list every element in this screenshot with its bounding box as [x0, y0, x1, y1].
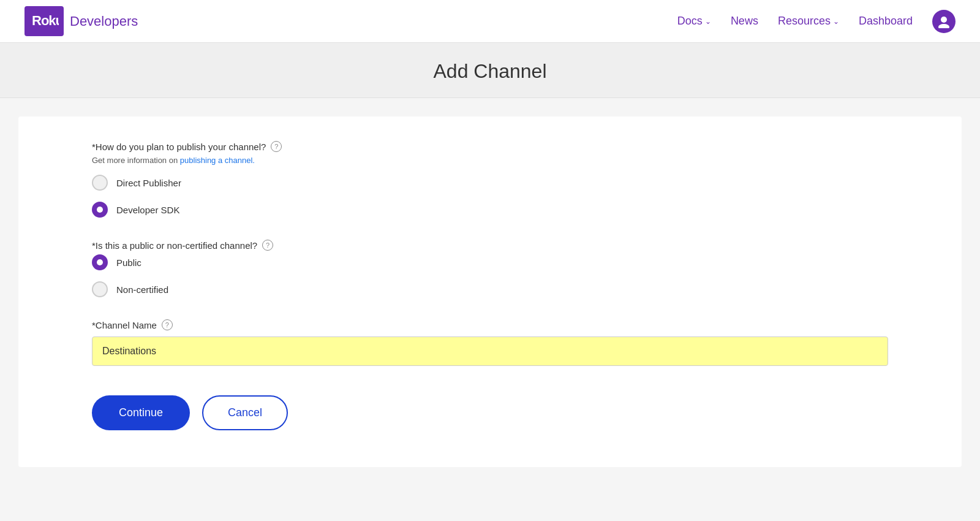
- publish-question-label: *How do you plan to publish your channel…: [92, 141, 888, 152]
- main-content: *How do you plan to publish your channel…: [18, 116, 962, 467]
- page-header: Add Channel: [0, 43, 980, 98]
- channel-name-label: *Channel Name ?: [92, 319, 888, 330]
- svg-point-2: [941, 17, 947, 23]
- radio-non-certified[interactable]: Non-certified: [92, 281, 888, 297]
- radio-non-certified-circle[interactable]: [92, 281, 108, 297]
- roku-logo-mark: Roku: [24, 6, 64, 36]
- radio-developer-sdk-label: Developer SDK: [116, 205, 179, 215]
- svg-text:Roku: Roku: [32, 13, 59, 28]
- channel-type-help-icon[interactable]: ?: [262, 240, 273, 251]
- channel-type-section: *Is this a public or non-certified chann…: [92, 240, 888, 297]
- radio-direct-publisher-label: Direct Publisher: [116, 178, 181, 188]
- radio-direct-publisher-circle[interactable]: [92, 175, 108, 191]
- svg-point-3: [938, 24, 949, 28]
- channel-name-help-icon[interactable]: ?: [162, 319, 173, 330]
- radio-public[interactable]: Public: [92, 254, 888, 270]
- user-avatar[interactable]: [932, 10, 956, 33]
- cancel-button[interactable]: Cancel: [202, 395, 288, 430]
- nav-docs[interactable]: Docs ⌄: [677, 15, 711, 28]
- navbar-left: Roku Developers: [24, 6, 138, 36]
- navbar: Roku Developers Docs ⌄ News Resources ⌄ …: [0, 0, 980, 43]
- channel-name-section: *Channel Name ?: [92, 319, 888, 366]
- publish-subtitle: Get more information on publishing a cha…: [92, 156, 888, 165]
- radio-public-label: Public: [116, 257, 141, 268]
- nav-news[interactable]: News: [731, 15, 758, 28]
- publish-section: *How do you plan to publish your channel…: [92, 141, 888, 218]
- chevron-down-icon: ⌄: [833, 17, 839, 26]
- nav-dashboard[interactable]: Dashboard: [859, 15, 913, 28]
- radio-direct-publisher[interactable]: Direct Publisher: [92, 175, 888, 191]
- developers-label: Developers: [70, 13, 138, 29]
- radio-developer-sdk-circle[interactable]: [92, 202, 108, 218]
- publish-help-icon[interactable]: ?: [271, 141, 282, 152]
- nav-resources[interactable]: Resources ⌄: [778, 15, 839, 28]
- radio-developer-sdk[interactable]: Developer SDK: [92, 202, 888, 218]
- navbar-right: Docs ⌄ News Resources ⌄ Dashboard: [677, 10, 956, 33]
- page-title: Add Channel: [0, 60, 980, 83]
- channel-type-options: Public Non-certified: [92, 254, 888, 297]
- publishing-link[interactable]: publishing a channel.: [180, 156, 255, 165]
- chevron-down-icon: ⌄: [705, 17, 711, 26]
- continue-button[interactable]: Continue: [92, 395, 190, 430]
- channel-name-input[interactable]: [92, 337, 888, 366]
- channel-type-question-label: *Is this a public or non-certified chann…: [92, 240, 888, 251]
- roku-logo[interactable]: Roku Developers: [24, 6, 138, 36]
- publish-options: Direct Publisher Developer SDK: [92, 175, 888, 218]
- radio-non-certified-label: Non-certified: [116, 284, 168, 295]
- button-row: Continue Cancel: [92, 395, 888, 430]
- radio-public-circle[interactable]: [92, 254, 108, 270]
